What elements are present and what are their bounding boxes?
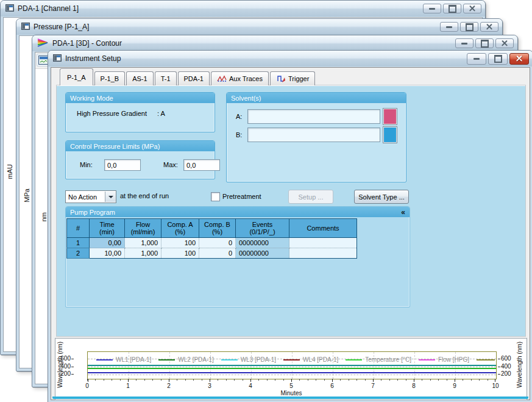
y-tick-label: 200 xyxy=(55,370,74,377)
table-cell[interactable]: 1,000 xyxy=(125,248,161,259)
column-header[interactable]: Time(min) xyxy=(90,219,125,238)
x-tick xyxy=(88,379,88,382)
minimize-button[interactable] xyxy=(455,38,473,48)
tab-t-1[interactable]: T-1 xyxy=(155,71,177,85)
maximize-button[interactable] xyxy=(475,38,494,48)
mdi-window-icon xyxy=(5,4,14,13)
legend-item: Flow [HPG] xyxy=(419,356,469,363)
minimize-button[interactable] xyxy=(423,4,441,13)
minimize-icon xyxy=(446,26,452,28)
column-header[interactable]: Flow(ml/min) xyxy=(125,219,161,238)
table-cell[interactable]: 100 xyxy=(161,248,199,259)
column-header[interactable]: Events(0/1/P/_) xyxy=(236,219,289,238)
x-tick-label: 4 xyxy=(244,382,257,389)
close-button[interactable] xyxy=(463,4,481,13)
end-of-run-action-dropdown[interactable]: No Action xyxy=(65,190,116,203)
window-instrument-setup[interactable]: Instrument Setup P-1_AP-1_BAS-1T-1PDA-1A… xyxy=(48,50,532,402)
minimize-button[interactable] xyxy=(440,22,458,32)
x-tick xyxy=(291,379,292,382)
x-tick-label: 6 xyxy=(326,382,338,389)
x-tick xyxy=(373,379,374,382)
y-axis-unit-label: nm xyxy=(40,212,48,221)
table-cell[interactable]: 00000000 xyxy=(236,238,289,248)
pretreatment-label: Pretreatment xyxy=(222,193,261,200)
tab-p-1-a[interactable]: P-1_A xyxy=(60,68,93,85)
max-pressure-value: 0,0 xyxy=(186,162,196,169)
y-tick-label: 600 xyxy=(55,355,74,362)
pretreatment-checkbox[interactable] xyxy=(211,192,220,201)
setup-button[interactable]: Setup ... xyxy=(288,190,333,204)
max-pressure-field[interactable]: 0,0 xyxy=(183,159,220,171)
x-tick-label: 10 xyxy=(489,382,502,389)
close-button[interactable] xyxy=(495,38,514,48)
tab-label: Aux Traces xyxy=(229,75,263,82)
table-cell[interactable]: 0 xyxy=(199,248,236,259)
dropdown-button[interactable] xyxy=(105,192,116,202)
table-cell[interactable]: 00000000 xyxy=(236,248,289,259)
legend-line-sample xyxy=(346,359,362,361)
working-mode-value: : A xyxy=(157,110,165,117)
legend-line-sample xyxy=(221,359,238,361)
gridline-horizontal xyxy=(88,375,496,375)
tab-p-1-b[interactable]: P-1_B xyxy=(94,71,126,85)
x-tick xyxy=(250,379,251,382)
tab-label: T-1 xyxy=(161,75,171,82)
maximize-button[interactable] xyxy=(460,22,478,32)
x-tick xyxy=(495,379,495,382)
window-bottom-edge xyxy=(52,397,528,399)
x-tick xyxy=(332,379,333,382)
legend-line-sample xyxy=(158,359,175,361)
minimize-icon xyxy=(429,8,435,10)
legend-item: WL3 [PDA-1] xyxy=(221,356,276,363)
table-cell[interactable] xyxy=(289,248,357,259)
x-axis-ticks: 012345678910 xyxy=(87,379,495,389)
close-button[interactable] xyxy=(480,22,498,32)
tab-label: PDA-1 xyxy=(184,75,204,82)
legend-line-sample xyxy=(419,359,435,361)
y-tick-label: 600 xyxy=(498,355,511,362)
tab-trigger[interactable]: Trigger xyxy=(270,71,315,85)
close-button[interactable] xyxy=(509,53,529,65)
solvent-color-swatch[interactable] xyxy=(383,126,397,143)
min-pressure-field[interactable]: 0,0 xyxy=(104,159,141,171)
minimize-icon xyxy=(473,58,480,60)
table-cell[interactable]: 1,000 xyxy=(125,238,161,248)
column-header[interactable]: Comp. A(%) xyxy=(161,219,199,238)
titlebar-pda1-channel1[interactable]: PDA-1 [Channel 1] xyxy=(1,1,485,16)
pump-program-title: Pump Program xyxy=(70,209,115,216)
collapse-panel-icon[interactable]: « xyxy=(401,208,405,217)
x-tick-label: 0 xyxy=(81,382,93,389)
row-number-cell[interactable]: 2 xyxy=(67,248,90,259)
solvent-name-field[interactable] xyxy=(247,109,380,124)
tab-label: P-1_A xyxy=(67,74,86,81)
gridline-horizontal xyxy=(88,367,496,367)
table-row: 210,001,000100000000000 xyxy=(67,248,357,259)
pressure-limits-header: Control Pressure Limits (MPa) xyxy=(66,141,215,151)
column-header[interactable]: Comp. B(%) xyxy=(199,219,236,238)
row-number-cell[interactable]: 1 xyxy=(67,238,90,248)
minimize-icon xyxy=(461,43,467,45)
tab-as-1[interactable]: AS-1 xyxy=(126,71,153,85)
solvent-color-swatch[interactable] xyxy=(383,108,397,125)
tab-aux-traces[interactable]: Aux Traces xyxy=(211,71,269,85)
solvent-name-field[interactable] xyxy=(247,127,380,142)
solvent-label: B: xyxy=(236,131,242,138)
column-header[interactable]: # xyxy=(67,219,90,238)
minimize-button[interactable] xyxy=(467,53,486,65)
maximize-button[interactable] xyxy=(488,53,508,65)
contour-fan-icon xyxy=(37,38,49,48)
table-cell[interactable]: 0,00 xyxy=(90,238,125,248)
solvents-group: Solvent(s) A:B: xyxy=(226,92,406,182)
titlebar-instrument-setup[interactable]: Instrument Setup xyxy=(48,51,532,66)
maximize-button[interactable] xyxy=(443,4,461,13)
solvent-type-button[interactable]: Solvent Type ... xyxy=(354,190,409,204)
table-cell[interactable]: 10,00 xyxy=(90,248,125,259)
tab-pda-1[interactable]: PDA-1 xyxy=(178,71,210,85)
titlebar-pressure[interactable]: Pressure [P-1_A] xyxy=(16,19,502,35)
table-cell[interactable]: 0 xyxy=(199,238,236,248)
table-cell[interactable] xyxy=(289,238,357,248)
column-header[interactable]: Comments xyxy=(289,219,357,238)
table-cell[interactable]: 100 xyxy=(161,238,199,248)
titlebar-contour[interactable]: PDA-1 [3D] - Contour xyxy=(32,35,517,51)
tab-page-p1a: Working Mode High Pressure Gradient : A … xyxy=(56,85,526,337)
